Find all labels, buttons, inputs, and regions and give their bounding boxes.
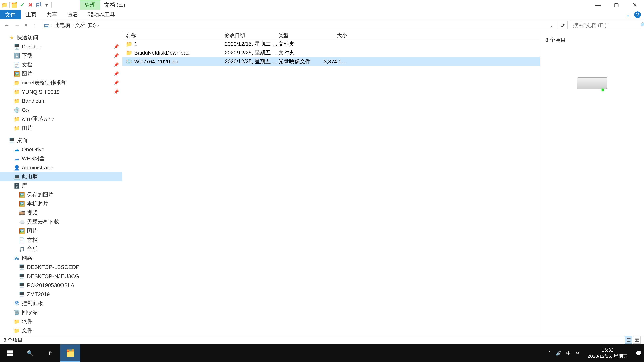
volume-icon[interactable]: 🔊 (556, 351, 562, 356)
maximize-button[interactable]: ▢ (607, 0, 626, 10)
breadcrumb-bar[interactable]: 🖴 › 此电脑 › 文档 (E:) › ⌄ ⟳ (42, 21, 568, 29)
chevron-right-icon[interactable]: › (72, 23, 73, 28)
status-item-count: 3 个项目 (3, 337, 23, 344)
column-name[interactable]: 名称 ˄ (126, 32, 225, 39)
nav-label: 本机照片 (27, 200, 48, 207)
action-center-icon[interactable]: 💬 (636, 351, 642, 356)
nav-library-item[interactable]: ☁️天翼云盘下载 (0, 217, 122, 226)
tab-drive-tools[interactable]: 驱动器工具 (83, 10, 120, 19)
nav-recent-item[interactable]: 📁Bandicam (0, 96, 122, 105)
qat-dropdown-icon[interactable]: ▾ (43, 1, 50, 8)
nav-onedrive[interactable]: ☁ OneDrive (0, 145, 122, 154)
file-row[interactable]: 💿Win7x64_2020.iso2020/12/25, 星期五 1...光盘映… (122, 57, 540, 66)
nav-network-pc[interactable]: 🖥️DESKTOP-NJEU3CG (0, 272, 122, 281)
nav-this-pc[interactable]: 💻 此电脑 (0, 172, 122, 181)
qat-undo-icon[interactable]: 🗐 (35, 1, 42, 8)
search-input[interactable] (573, 22, 640, 28)
folder-icon: 📁 (14, 98, 20, 104)
nav-quick-access[interactable]: ★ 快速访问 (0, 33, 122, 42)
desktop-icon: 🖥️ (8, 138, 15, 143)
nav-pinned-item[interactable]: 📁excel表格制作求和📌 (0, 78, 122, 87)
folder-icon: 📁 (14, 89, 20, 95)
view-large-icons-button[interactable]: ▦ (633, 336, 641, 344)
task-view-button[interactable]: ⧉ (40, 345, 60, 362)
nav-label: 文档 (27, 236, 38, 244)
breadcrumb-this-pc[interactable]: 此电脑 (54, 22, 70, 29)
nav-library-item[interactable]: 🎵音乐 (0, 245, 122, 254)
search-box[interactable]: 🔍 (570, 21, 641, 29)
separator (10, 2, 10, 7)
tab-file[interactable]: 文件 (0, 10, 21, 19)
column-label: 名称 (126, 32, 136, 38)
search-icon[interactable]: 🔍 (640, 22, 644, 28)
column-type[interactable]: 类型 (278, 32, 324, 39)
nav-network[interactable]: 🖧 网络 (0, 254, 122, 263)
address-dropdown-icon[interactable]: ⌄ (549, 22, 554, 28)
chevron-right-icon[interactable]: › (98, 23, 99, 28)
view-details-button[interactable]: ☰ (625, 336, 632, 344)
tab-view[interactable]: 查看 (62, 10, 83, 19)
nav-control-panel[interactable]: 🛠 控制面板 (0, 299, 122, 308)
nav-desktop[interactable]: 🖥️ 桌面 (0, 136, 122, 145)
taskbar-explorer[interactable]: 🗂️ (60, 345, 80, 362)
forward-button[interactable]: → (14, 22, 21, 29)
nav-recycle-bin[interactable]: 🗑️ 回收站 (0, 308, 122, 317)
nav-files[interactable]: 📁 文件 (0, 326, 122, 335)
nav-pinned-item[interactable]: 🖼️图片📌 (0, 69, 122, 78)
minimize-button[interactable]: — (589, 0, 607, 10)
ribbon-expand-icon[interactable]: ⌄ (624, 11, 631, 18)
tray-overflow-icon[interactable]: ˄ (548, 351, 551, 356)
recent-dropdown-icon[interactable]: ▾ (24, 22, 28, 29)
close-button[interactable]: ✕ (626, 0, 644, 10)
nav-pinned-item[interactable]: 📄文档📌 (0, 60, 122, 69)
file-list[interactable]: 名称 ˄ 修改日期 类型 大小 📁12020/12/15, 星期二 1...文件… (122, 31, 540, 335)
navigation-pane[interactable]: ★ 快速访问 🖥️Desktop📌⬇️下载📌📄文档📌🖼️图片📌📁excel表格制… (0, 31, 122, 335)
nav-software[interactable]: 📁 软件 (0, 317, 122, 326)
search-button[interactable]: 🔍 (20, 345, 40, 362)
nav-libraries[interactable]: 🗄️ 库 (0, 181, 122, 190)
nav-pinned-item[interactable]: ⬇️下载📌 (0, 51, 122, 60)
chevron-right-icon[interactable]: › (51, 23, 52, 28)
nav-label: PC-20190530OBLA (27, 282, 74, 289)
qat-properties-icon[interactable]: ✔ (19, 1, 26, 8)
nav-library-item[interactable]: 🖼️图片 (0, 226, 122, 236)
window-controls: — ▢ ✕ (589, 0, 644, 10)
drive-tools-context-tab[interactable]: 管理 (80, 0, 100, 10)
content-area: 名称 ˄ 修改日期 类型 大小 📁12020/12/15, 星期二 1...文件… (122, 31, 644, 335)
column-size[interactable]: 大小 (324, 32, 350, 39)
start-button[interactable] (0, 345, 20, 362)
nav-network-pc[interactable]: 🖥️ZMT2019 (0, 290, 122, 299)
separator (51, 2, 52, 7)
nav-network-pc[interactable]: 🖥️PC-20190530OBLA (0, 281, 122, 290)
up-button[interactable]: ↑ (31, 22, 38, 29)
clock[interactable]: 16:32 2020/12/25, 星期五 (584, 347, 631, 359)
nav-library-item[interactable]: 📄文档 (0, 236, 122, 245)
file-row[interactable]: 📁BaiduNetdiskDownload2020/12/25, 星期五 1..… (122, 48, 540, 57)
tab-home[interactable]: 主页 (21, 10, 42, 19)
back-button[interactable]: ← (3, 22, 10, 29)
nav-pinned-item[interactable]: 📁YUNQISHI2019📌 (0, 87, 122, 96)
nav-recent-item[interactable]: 💿G:\ (0, 105, 122, 114)
nav-library-item[interactable]: 🎞️视频 (0, 208, 122, 217)
nav-label: 图片 (22, 124, 32, 132)
nav-administrator[interactable]: 👤 Administrator (0, 163, 122, 172)
nav-library-item[interactable]: 🖼️保存的图片 (0, 190, 122, 199)
nav-recent-item[interactable]: 📁win7重装win7 (0, 114, 122, 123)
tray-app-icon[interactable]: ✉ (576, 351, 580, 356)
qat-delete-icon[interactable]: ✖ (27, 1, 34, 8)
qat-new-folder-icon[interactable]: 🗂️ (11, 1, 18, 8)
column-date[interactable]: 修改日期 (225, 32, 278, 39)
nav-pinned-item[interactable]: 🖥️Desktop📌 (0, 42, 122, 51)
nav-network-pc[interactable]: 🖥️DESKTOP-LSSOEDP (0, 263, 122, 272)
nav-wps[interactable]: ☁ WPS网盘 (0, 154, 122, 163)
explorer-window: 📁 🗂️ ✔ ✖ 🗐 ▾ 管理 文档 (E:) — ▢ ✕ 文件 主页 共享 查… (0, 0, 644, 345)
nav-recent-item[interactable]: 📁图片 (0, 123, 122, 133)
nav-library-item[interactable]: 🖼️本机照片 (0, 199, 122, 208)
refresh-icon[interactable]: ⟳ (560, 22, 565, 28)
help-icon[interactable]: ? (634, 11, 641, 18)
tab-share[interactable]: 共享 (42, 10, 62, 19)
file-row[interactable]: 📁12020/12/15, 星期二 1...文件夹 (122, 40, 540, 48)
library-item-icon: ☁️ (18, 219, 25, 225)
ime-indicator[interactable]: 中 (566, 350, 571, 357)
breadcrumb-drive[interactable]: 文档 (E:) (75, 22, 96, 29)
